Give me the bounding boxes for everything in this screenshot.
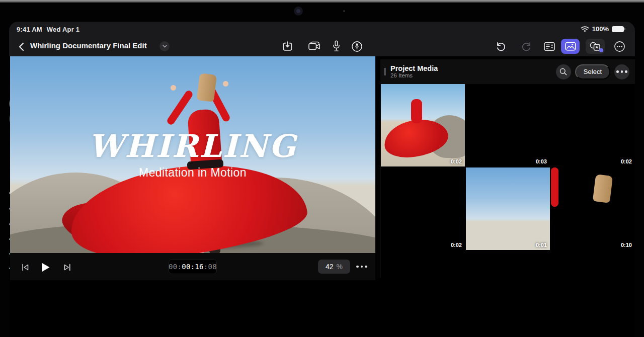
media-search-button[interactable] (556, 64, 571, 79)
clip-duration: 0:02 (621, 158, 632, 164)
zoom-unit: % (337, 263, 343, 271)
media-item[interactable]: 0:03 (466, 84, 550, 166)
inspector-icon (543, 41, 555, 52)
status-time: 9:41 AM (17, 26, 42, 33)
import-button[interactable] (281, 40, 294, 53)
redo-icon (521, 41, 532, 52)
viewer[interactable]: WHIRLING Meditation in Motion (10, 56, 375, 253)
more-button-toolbar[interactable] (612, 40, 626, 53)
clip-duration: 0:10 (621, 242, 632, 248)
figure-hat (197, 73, 217, 102)
media-item[interactable]: 0:02 (381, 84, 465, 166)
chevron-left-icon (19, 42, 24, 51)
undo-button[interactable] (494, 40, 507, 53)
transport-bar: 00:00:16:08 42 % (10, 253, 375, 280)
timecode-display[interactable]: 00:00:16:08 (169, 259, 217, 274)
import-icon (282, 41, 293, 52)
device-top-edge (0, 0, 644, 3)
project-title: Whirling Documentary Final Edit (30, 41, 147, 50)
media-grid: 0:02 0:03 0:02 0:02 0:01 (381, 84, 635, 278)
top-chrome: 9:41 AMWed Apr 1 100% (9, 22, 635, 56)
play-button[interactable] (38, 260, 52, 274)
device-frame: 9:41 AMWed Apr 1 100% (0, 0, 644, 337)
media-item[interactable]: 0:02 (381, 167, 465, 250)
status-date: Wed Apr 1 (47, 26, 79, 33)
skip-forward-icon (63, 264, 71, 271)
back-button[interactable] (15, 41, 27, 53)
timecode-frames: :08 (204, 263, 217, 271)
camera-lens (294, 7, 303, 16)
ipad-screen: 9:41 AMWed Apr 1 100% (9, 22, 635, 337)
media-item[interactable]: 0:10 (551, 167, 635, 250)
inspector-button[interactable] (542, 40, 556, 53)
effects-button[interactable] (586, 39, 605, 54)
ellipsis-icon (356, 266, 367, 268)
ellipsis-circle-icon (614, 41, 625, 52)
clip-duration: 0:02 (451, 242, 462, 248)
zoom-level-control[interactable]: 42 % (318, 260, 350, 274)
timecode-hours: 00: (169, 263, 182, 271)
status-datetime: 9:41 AMWed Apr 1 (17, 26, 79, 33)
zoom-value: 42 (326, 263, 334, 271)
ellipsis-icon (616, 70, 627, 73)
media-item[interactable]: 0:02 (551, 84, 635, 166)
battery-icon (612, 26, 624, 32)
media-item[interactable] (551, 251, 635, 278)
clip-duration: 0:02 (451, 158, 462, 164)
undo-icon (495, 41, 507, 52)
effects-badge (599, 48, 603, 52)
timecode-main: 00:16 (182, 263, 204, 271)
project-title-menu-button[interactable] (159, 41, 170, 51)
skip-back-button[interactable] (18, 260, 32, 274)
pencil-circle-icon (351, 41, 363, 52)
media-item[interactable] (381, 251, 465, 278)
media-more-button[interactable] (614, 64, 629, 79)
media-panel-count: 26 Items (390, 72, 438, 79)
microphone-icon (332, 40, 341, 52)
media-select-button[interactable]: Select (575, 64, 610, 79)
wifi-icon (581, 26, 589, 32)
toolbar: Whirling Documentary Final Edit (9, 37, 635, 56)
battery-percent: 100% (592, 25, 609, 33)
media-browser-button[interactable] (561, 39, 580, 54)
photo-icon (565, 42, 576, 51)
video-camera-icon (308, 41, 321, 51)
media-panel-title: Project Media (390, 64, 438, 73)
media-item[interactable] (466, 251, 550, 278)
media-panel-header: Project Media 26 Items Select (380, 59, 635, 84)
search-icon (559, 68, 567, 75)
skip-back-icon (22, 264, 29, 271)
viewer-more-button[interactable] (354, 262, 370, 272)
media-browser-panel: Project Media 26 Items Select (380, 59, 635, 278)
panel-drag-handle-icon[interactable] (384, 68, 386, 75)
play-icon (41, 262, 50, 273)
skip-forward-button[interactable] (60, 260, 74, 274)
record-video-button[interactable] (307, 40, 322, 53)
clip-duration: 0:01 (536, 242, 547, 248)
pencil-tools-button[interactable] (350, 40, 363, 53)
record-voiceover-button[interactable] (330, 39, 342, 53)
video-title-overlay: WHIRLING (10, 128, 375, 164)
camera-mic-dot (343, 10, 345, 12)
clip-duration: 0:03 (536, 158, 547, 164)
status-bar: 9:41 AMWed Apr 1 100% (9, 22, 635, 37)
media-item[interactable]: 0:01 (466, 167, 550, 250)
chevron-down-icon (163, 45, 167, 48)
redo-button[interactable] (520, 40, 533, 53)
video-subtitle-overlay: Meditation in Motion (10, 166, 375, 180)
